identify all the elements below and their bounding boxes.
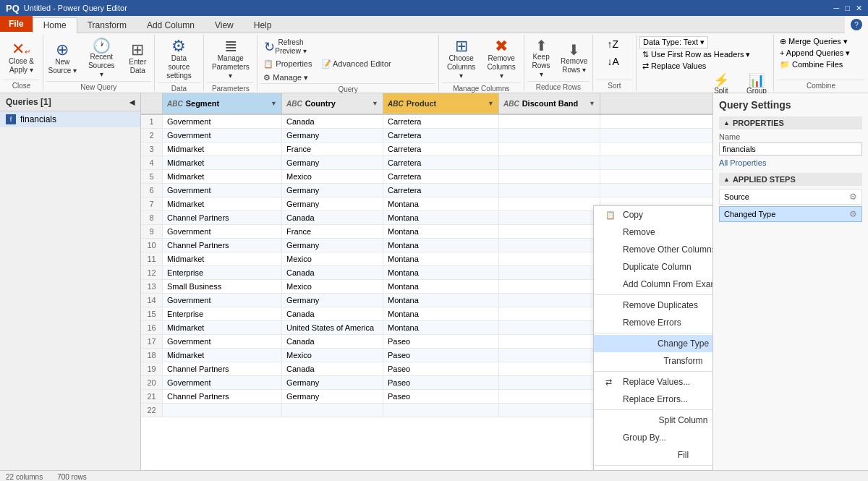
tab-add-column[interactable]: Add Column — [137, 17, 205, 33]
manage-btn[interactable]: ⚙ Manage ▾ — [260, 72, 311, 83]
sort-desc-button[interactable]: ↓A — [603, 54, 625, 69]
cell-segment: Channel Partners — [163, 239, 282, 252]
ribbon-group-manage-columns: ⊞ ChooseColumns ▾ ✖ RemoveColumns ▾ Mana… — [439, 35, 524, 91]
cell-rownum: 7 — [141, 197, 163, 210]
cell-rownum: 18 — [141, 349, 163, 362]
segment-filter-btn[interactable]: ▼ — [271, 100, 277, 107]
all-properties-link[interactable]: All Properties — [719, 158, 862, 167]
help-icon[interactable]: ? — [851, 19, 862, 30]
recent-sources-button[interactable]: 🕐 RecentSources ▾ — [82, 36, 120, 81]
ctx-fill-label: Fill — [678, 450, 689, 460]
cell-product: Paseo — [383, 335, 499, 348]
ctx-transform[interactable]: Transform — [594, 352, 712, 370]
query-item-financials[interactable]: f financials — [0, 111, 140, 127]
cell-rownum: 16 — [141, 321, 163, 334]
properties-btn[interactable]: 📋 Properties — [260, 59, 315, 69]
col-header-country[interactable]: ABC Country ▼ — [282, 93, 383, 114]
ribbon-group-query: ↻ RefreshPreview ▾ 📋 Properties 📝 Advanc… — [258, 35, 439, 91]
advanced-editor-btn[interactable]: 📝 Advanced Editor — [318, 59, 394, 69]
col-header-segment[interactable]: ABC Segment ▼ — [163, 93, 282, 114]
ctx-remove-label: Remove — [623, 227, 655, 237]
cell-rownum: 11 — [141, 252, 163, 265]
ctx-group-by[interactable]: Group By... — [594, 429, 712, 446]
sort-desc-icon: ↓A — [607, 56, 618, 67]
ctx-replace-errors[interactable]: Replace Errors... — [594, 391, 712, 408]
ctx-duplicate-column[interactable]: Duplicate Column — [594, 258, 712, 276]
ctx-unpivot-columns[interactable]: ⇔ Unpivot Columns — [594, 467, 712, 470]
cell-country: Canada — [282, 115, 383, 128]
tab-transform[interactable]: Transform — [77, 17, 137, 33]
enter-data-icon: ⊞ — [131, 42, 144, 58]
step-changed-type[interactable]: Changed Type ⚙ — [719, 206, 862, 222]
first-row-header-btn[interactable]: ⇅ Use First Row as Headers ▾ — [639, 49, 753, 60]
discount-col-label: Discount Band — [522, 99, 579, 108]
country-filter-btn[interactable]: ▼ — [372, 100, 378, 107]
remove-rows-button[interactable]: ⬇ RemoveRows ▾ — [558, 41, 591, 77]
ctx-split-column[interactable]: Split Column — [594, 412, 712, 429]
combine-files-btn[interactable]: 📁 Combine Files — [777, 59, 846, 70]
keep-rows-button[interactable]: ⬆ KeepRows ▾ — [526, 36, 556, 81]
cell-rownum: 20 — [141, 376, 163, 389]
step-changed-type-gear[interactable]: ⚙ — [849, 209, 857, 219]
manage-params-label: ManageParameters ▾ — [210, 54, 250, 80]
cell-rownum: 10 — [141, 239, 163, 252]
product-filter-btn[interactable]: ▼ — [488, 100, 494, 107]
new-source-label: NewSource ▾ — [48, 58, 77, 75]
sort-asc-button[interactable]: ↑Z — [603, 36, 625, 52]
new-source-button[interactable]: ⊕ NewSource ▾ — [43, 40, 81, 77]
tab-help[interactable]: Help — [244, 17, 282, 33]
ctx-replace-values[interactable]: ⇄ Replace Values... — [594, 373, 712, 391]
table-row: 6 Government Germany Carretera — [141, 184, 712, 197]
cell-segment: Government — [163, 335, 282, 348]
status-bar: 22 columns 700 rows — [0, 470, 868, 481]
ctx-remove-errors[interactable]: Remove Errors — [594, 314, 712, 331]
group-reduce-rows-label: Reduce Rows — [527, 81, 590, 93]
ctx-remove-other-columns[interactable]: Remove Other Columns — [594, 241, 712, 258]
choose-columns-button[interactable]: ⊞ ChooseColumns ▾ — [442, 36, 480, 82]
cell-segment: Midmarket — [163, 170, 282, 183]
collapse-panel-btn[interactable]: ◂ — [129, 96, 135, 108]
maximize-btn[interactable]: □ — [845, 4, 850, 13]
ctx-copy[interactable]: 📋 Copy — [594, 206, 712, 224]
step-source[interactable]: Source ⚙ — [719, 189, 862, 205]
remove-columns-button[interactable]: ✖ RemoveColumns ▾ — [482, 36, 520, 82]
cell-rownum: 1 — [141, 115, 163, 128]
close-btn[interactable]: ✕ — [856, 4, 862, 13]
refresh-preview-button[interactable]: ↻ RefreshPreview ▾ — [260, 36, 310, 58]
enter-data-button[interactable]: ⊞ EnterData — [122, 40, 153, 77]
minimize-btn[interactable]: ─ — [834, 4, 840, 13]
tab-view[interactable]: View — [205, 17, 244, 33]
properties-triangle: ▲ — [723, 119, 730, 127]
split-column-icon: ⚡ — [713, 74, 729, 87]
title-bar: PQ Untitled - Power Query Editor ─ □ ✕ — [0, 0, 868, 16]
merge-queries-btn[interactable]: ⊕ Merge Queries ▾ — [777, 36, 851, 47]
col-header-discount[interactable]: ABC Discount Band ▼ — [499, 93, 600, 114]
name-prop-input[interactable] — [719, 142, 862, 156]
product-col-label: Product — [407, 99, 437, 108]
data-source-settings-button[interactable]: ⚙ Data sourcesettings — [157, 36, 200, 82]
cell-product: Carretera — [383, 184, 499, 197]
manage-parameters-button[interactable]: ≣ ManageParameters ▾ — [207, 36, 254, 82]
replace-values-btn[interactable]: ⇄ Replace Values — [639, 61, 709, 72]
discount-filter-btn[interactable]: ▼ — [589, 100, 595, 107]
ctx-sep5 — [594, 465, 712, 466]
col-header-product[interactable]: ABC Product ▼ — [383, 93, 499, 114]
ctx-change-type[interactable]: Change Type — [594, 335, 712, 352]
data-type-btn[interactable]: Data Type: Text ▾ — [639, 36, 708, 48]
cell-segment: Channel Partners — [163, 390, 282, 403]
cell-discount — [499, 349, 600, 362]
file-tab[interactable]: File — [0, 16, 33, 32]
tab-home[interactable]: Home — [33, 17, 77, 33]
close-apply-button[interactable]: ✕↵ Close &Apply ▾ — [4, 38, 39, 78]
cell-segment: Midmarket — [163, 349, 282, 362]
col-header-rownum — [141, 93, 163, 114]
ctx-fill[interactable]: Fill — [594, 446, 712, 464]
ctx-remove-duplicates[interactable]: Remove Duplicates — [594, 297, 712, 314]
cell-discount — [499, 376, 600, 389]
step-source-gear[interactable]: ⚙ — [849, 192, 857, 202]
cell-segment: Government — [163, 225, 282, 238]
ctx-remove[interactable]: Remove — [594, 224, 712, 241]
append-queries-btn[interactable]: + Append Queries ▾ — [777, 48, 853, 59]
ctx-add-column-examples[interactable]: Add Column From Examples... — [594, 276, 712, 293]
cell-product: Montana — [383, 294, 499, 307]
